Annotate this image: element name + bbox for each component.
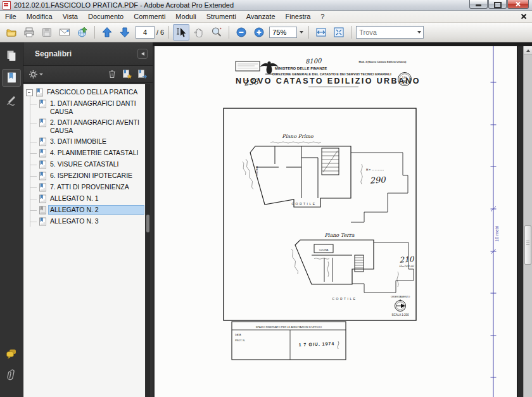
minimize-icon: [476, 4, 481, 6]
title-bar: 2012.02.01.FASCICOLO PRATICA.PDF - Adobe…: [0, 0, 532, 11]
scroll-up-button[interactable]: [524, 46, 532, 55]
tree-scrollbar-thumb[interactable]: [146, 215, 149, 232]
delete-bookmark-button[interactable]: [107, 69, 117, 79]
bookmark-icon: [39, 137, 47, 146]
menu-moduli[interactable]: Moduli: [170, 11, 201, 22]
comments-icon: [5, 348, 18, 360]
attachments-panel-button[interactable]: [3, 367, 20, 384]
bookmark-icon: [39, 118, 47, 127]
floor-plan-primo: Piano Primo: [243, 134, 408, 222]
scanned-cadastral-form: 8100 MINISTERO DELLE FINANZE DIREZIONE G…: [155, 46, 517, 397]
gear-icon: [28, 70, 38, 79]
hand-code: 8100: [305, 57, 323, 65]
zoom-out-button[interactable]: [233, 24, 250, 41]
pages-panel-button[interactable]: [3, 47, 20, 64]
bookmark-item[interactable]: 4. PLANIMETRIE CATASTALI: [23, 148, 145, 159]
select-tool-button[interactable]: [173, 24, 189, 41]
signatures-panel-button[interactable]: [3, 92, 20, 108]
menu-modifica[interactable]: Modifica: [22, 11, 58, 22]
maximize-icon: [494, 2, 502, 8]
fit-width-icon: [315, 26, 327, 39]
bookmark-root[interactable]: FASCICOLO DELLA PRATICA: [23, 87, 145, 98]
bookmarks-panel: Segnalibri: [23, 42, 153, 397]
bookmark-icon: [39, 183, 47, 192]
minimize-button[interactable]: [469, 0, 488, 9]
close-button[interactable]: [507, 0, 529, 9]
next-page-button[interactable]: [117, 24, 133, 41]
bookmark-icon: [39, 99, 47, 108]
floor0-height-note: H=240 ml: [399, 265, 414, 268]
zoom-level-value[interactable]: 75%: [269, 27, 297, 38]
find-input[interactable]: [357, 27, 415, 37]
print-button[interactable]: [21, 24, 37, 41]
menu-file[interactable]: File: [0, 11, 22, 22]
toolbar-separator: [351, 26, 352, 39]
page-number-input[interactable]: [136, 26, 155, 39]
bookmarks-panel-toolbar: [23, 66, 153, 83]
menu-finestra[interactable]: Finestra: [281, 11, 316, 22]
bookmark-icon: [39, 172, 47, 180]
menu-help[interactable]: ?: [315, 11, 329, 22]
zoom-level-dropdown[interactable]: [297, 27, 305, 38]
bookmark-item[interactable]: 3. DATI IMMOBILE: [23, 136, 145, 148]
date-stamp: 1 7 GIU. 1974: [299, 341, 335, 347]
menu-commenti[interactable]: Commenti: [129, 11, 170, 22]
office-annotations-box: SPAZIO RISERVATO PER LE ANNOTAZIONI D'UF…: [232, 322, 346, 360]
bookmark-item[interactable]: ALLEGATO N. 1: [23, 193, 145, 205]
previous-page-button[interactable]: [99, 24, 115, 41]
bookmarks-panel-header: Segnalibri: [23, 42, 153, 66]
bookmarks-panel-button[interactable]: [2, 69, 21, 87]
open-button[interactable]: [3, 24, 20, 41]
model-note: Mod. 3 (Nuovo Catasto Edilizio Urbano): [359, 60, 407, 63]
hand-tool-button[interactable]: [191, 24, 207, 41]
upload-web-button[interactable]: [74, 24, 91, 41]
maximize-button[interactable]: [488, 0, 507, 9]
collapse-arrow-icon: [141, 52, 144, 56]
bookmark-item[interactable]: 6. ISPEZIONI IPOTECARIE: [23, 170, 145, 182]
tree-scrollbar[interactable]: [146, 84, 150, 397]
zoom-tool-button[interactable]: [208, 24, 225, 41]
chevron-down-icon: [417, 31, 421, 34]
hand-icon: [193, 26, 205, 39]
find-dropdown[interactable]: [415, 27, 423, 38]
bookmarks-tree: FASCICOLO DELLA PRATICA 1. DATI ANAGRAFI…: [23, 84, 145, 397]
pdf-app-icon: [3, 1, 11, 9]
save-button-disabled[interactable]: [39, 24, 55, 41]
menu-documento[interactable]: Documento: [83, 11, 129, 22]
bookmark-item[interactable]: 5. VISURE CATASTALI: [23, 159, 145, 170]
bookmark-item[interactable]: 2. DATI ANAGRAFICI AVENTI CAUSA: [23, 117, 145, 136]
fit-page-button[interactable]: [331, 24, 347, 41]
email-button[interactable]: [56, 24, 73, 41]
comments-panel-button[interactable]: [3, 346, 20, 362]
document-close-button[interactable]: [521, 13, 527, 20]
floor1-height-value: 290: [369, 175, 387, 186]
chevron-down-icon: [39, 73, 43, 75]
menu-avanzate[interactable]: Avanzate: [241, 11, 281, 22]
new-bookmark-button[interactable]: [122, 69, 132, 79]
collapse-expander-icon[interactable]: [26, 89, 33, 96]
annotations-header: SPAZIO RISERVATO PER LE ANNOTAZIONI D'UF…: [256, 325, 322, 329]
collapse-panel-button[interactable]: [137, 49, 148, 59]
go-to-bookmark-button[interactable]: [137, 69, 148, 79]
floor1-room-label: CUCINA: [255, 166, 258, 176]
bookmark-icon: [39, 206, 47, 215]
select-cursor-icon: [175, 26, 187, 39]
plan-frame: [224, 108, 416, 320]
bookmark-item[interactable]: 1. DATI ANAGRAFICI DANTI CAUSA: [23, 98, 145, 117]
scrollbar-thumb[interactable]: [524, 225, 531, 265]
document-scrollbar[interactable]: [523, 46, 532, 397]
menu-vista[interactable]: Vista: [58, 11, 83, 22]
distance-measurement-annotation[interactable]: 10 metri: [491, 46, 500, 397]
fit-width-button[interactable]: [313, 24, 329, 41]
bookmark-item[interactable]: 7. ATTI DI PROVENIENZA: [23, 182, 145, 193]
floor0-title: Piano Terra: [324, 232, 354, 238]
bookmark-item[interactable]: ALLEGATO N. 3: [23, 216, 145, 227]
bookmark-item-selected[interactable]: ALLEGATO N. 2: [23, 205, 145, 216]
options-menu-button[interactable]: [28, 70, 43, 79]
zoom-in-button[interactable]: [251, 24, 267, 41]
bookmark-icon: [39, 217, 47, 226]
toolbar: / 6: [0, 23, 532, 42]
toolbar-separator: [94, 26, 95, 39]
navigation-icon-strip: [0, 42, 23, 397]
menu-strumenti[interactable]: Strumenti: [201, 11, 241, 22]
